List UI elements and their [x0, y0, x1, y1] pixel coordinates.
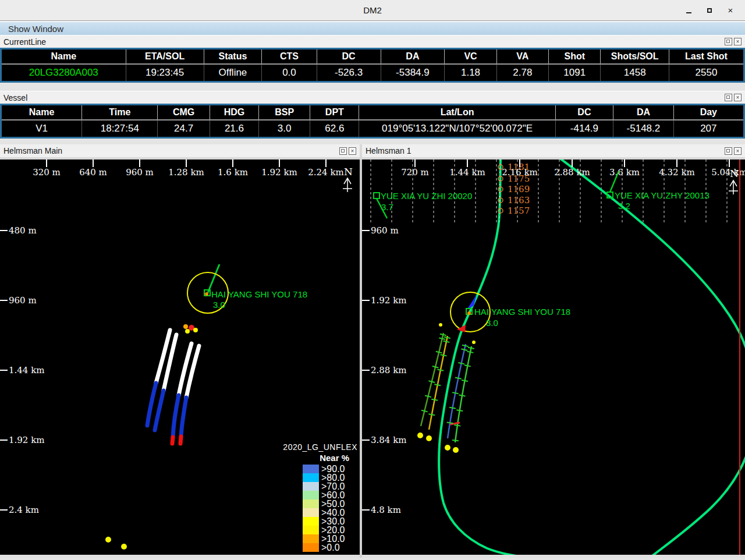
currentline-panel-title: CurrentLine [3, 37, 46, 47]
helmsman-main-map[interactable]: 320 m 640 m 960 m 1.28 km 1.6 km 1.92 km… [0, 160, 360, 558]
table-row[interactable]: 20LG3280A00319:23:45Offline0.0-526.3-538… [1, 64, 744, 82]
svg-text:1157: 1157 [508, 205, 530, 216]
legend-label: >70.0 [319, 482, 357, 491]
float-panel-icon[interactable] [725, 94, 732, 101]
legend-swatch [303, 534, 319, 543]
window-edge [0, 555, 360, 558]
helmsman-main-title: Helmsman Main [3, 146, 62, 155]
legend-label: >20.0 [319, 526, 357, 534]
tail-dots [105, 537, 127, 550]
column-header: BSP [259, 105, 310, 120]
column-header: Name [1, 49, 126, 64]
column-header: Time [82, 105, 158, 120]
cell: 62.6 [310, 120, 359, 138]
legend-label: >50.0 [319, 499, 357, 508]
legend-swatch [303, 526, 319, 534]
close-panel-icon[interactable]: × [734, 38, 742, 45]
currentline-table: NameETA/SOLStatusCTSDCDAVCVAShotShots/SO… [0, 48, 745, 83]
dm2-window: DM2 × Show Window CurrentLine × NameETA/… [0, 0, 745, 560]
cell: 1458 [601, 64, 669, 82]
close-panel-icon[interactable]: × [734, 147, 742, 155]
svg-text:960 m: 960 m [9, 295, 37, 306]
column-header: Day [673, 105, 744, 120]
vessel-marker-20020[interactable]: YUE XIA YU ZHI 20020 3.7 [374, 191, 472, 218]
cell: V1 [1, 120, 82, 138]
legend-swatch [303, 517, 319, 526]
svg-text:960 m: 960 m [371, 225, 399, 236]
column-header: DA [613, 105, 673, 120]
table-row[interactable]: V118:27:5424.721.63.062.6019°05'13.122"N… [1, 120, 744, 138]
window-title: DM2 [0, 5, 745, 15]
cell: 019°05'13.122"N/107°52'00.072"E [359, 120, 555, 138]
legend-row: >60.0 [277, 491, 357, 499]
column-header: DA [381, 49, 445, 64]
top-ruler [415, 160, 729, 167]
coverage-legend: 2020_LG_UNFLEX Near % >90.0>80.0>70.0>60… [277, 442, 357, 552]
helmsman-1-panel-header[interactable]: Helmsman 1 × [362, 144, 745, 157]
column-header: DC [317, 49, 381, 64]
float-panel-icon[interactable] [725, 147, 732, 155]
top-ruler [47, 160, 326, 167]
column-header: Last Shot [669, 49, 744, 64]
legend-swatch [303, 543, 319, 552]
column-header: VA [496, 49, 548, 64]
cell: 20LG3280A003 [1, 64, 126, 82]
cell: 0.0 [262, 64, 317, 82]
currentline-panel-header[interactable]: CurrentLine × [0, 35, 745, 48]
svg-text:1.44 km: 1.44 km [9, 365, 44, 375]
vessel-ref-dot [467, 311, 471, 315]
svg-text:4.32 km: 4.32 km [659, 167, 694, 178]
cell: 1.18 [445, 64, 496, 82]
cell: 1091 [549, 64, 601, 82]
helmsman-main-panel-header[interactable]: Helmsman Main × [0, 144, 360, 157]
title-bar[interactable]: DM2 × [0, 0, 745, 21]
helmsman-1-canvas[interactable]: 1181 1175 1169 1163 1157 720 m 1.44 km 2 [362, 160, 745, 558]
vessel-speed: 3.7 [381, 202, 393, 212]
column-header: Status [204, 49, 262, 64]
svg-text:1.92 km: 1.92 km [261, 167, 297, 178]
vessel-marker-hysy718[interactable]: HAI YANG SHI YOU 718 3.0 [187, 264, 307, 313]
vessel-label: HAI YANG SHI YOU 718 [211, 289, 307, 299]
column-header: DPT [310, 105, 359, 120]
planned-track [439, 160, 745, 558]
column-header: Shot [549, 49, 601, 64]
svg-text:N: N [344, 166, 353, 178]
menu-show-window[interactable]: Show Window [8, 24, 63, 34]
cell: -526.3 [317, 64, 381, 82]
menu-bar: Show Window [0, 21, 745, 35]
cell: 3.0 [259, 120, 310, 138]
minimize-icon[interactable] [682, 4, 695, 17]
legend-label: >60.0 [319, 491, 357, 499]
maximize-icon[interactable] [703, 4, 716, 17]
svg-text:2.24 km: 2.24 km [308, 167, 343, 178]
legend-swatch [303, 465, 319, 473]
close-icon[interactable]: × [724, 4, 737, 17]
legend-swatch [303, 482, 319, 491]
svg-text:960 m: 960 m [126, 167, 154, 178]
legend-swatch [303, 491, 319, 499]
float-panel-icon[interactable] [725, 38, 732, 45]
close-panel-icon[interactable]: × [734, 94, 742, 101]
panel-gap [0, 83, 745, 91]
legend-swatch [303, 473, 319, 482]
legend-title: 2020_LG_UNFLEX [277, 442, 357, 452]
svg-text:320 m: 320 m [33, 167, 61, 178]
svg-text:2.88 km: 2.88 km [554, 167, 590, 178]
vessel-label: HAI YANG SHI YOU 718 [474, 307, 570, 317]
column-header: DC [555, 105, 613, 120]
vessel-table: NameTimeCMGHDGBSPDPTLat/LonDCDADayV118:2… [0, 104, 745, 139]
float-panel-icon[interactable] [339, 147, 347, 155]
helmsman-1-map[interactable]: 1181 1175 1169 1163 1157 720 m 1.44 km 2 [362, 160, 745, 558]
side-ruler [0, 231, 8, 510]
svg-text:4.8 km: 4.8 km [371, 505, 401, 515]
close-panel-icon[interactable]: × [349, 147, 356, 155]
legend-label: >0.0 [319, 543, 357, 552]
cell: 207 [673, 120, 744, 138]
side-ruler-labels: 480 m 960 m 1.44 km 1.92 km 2.4 km [9, 225, 44, 515]
north-arrow-icon: N [343, 166, 353, 192]
legend-row: >30.0 [277, 517, 357, 526]
legend-row: >10.0 [277, 534, 357, 543]
vessel-marker-hysy718[interactable]: HAI YANG SHI YOU 718 3.0 [450, 292, 570, 332]
vessel-speed: 3.2 [618, 201, 630, 211]
vessel-panel-header[interactable]: Vessel × [0, 91, 745, 104]
